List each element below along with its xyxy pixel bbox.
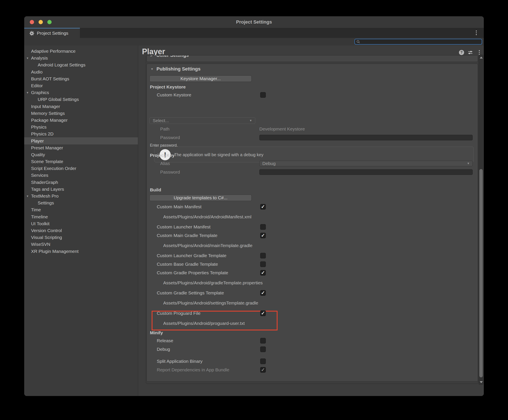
tab-bar: Project Settings bbox=[24, 28, 484, 38]
custom-gradle-settings-template-checkbox[interactable]: ✓ bbox=[260, 290, 266, 296]
sidebar-item-visual-scripting[interactable]: Visual Scripting bbox=[24, 234, 138, 241]
custom-launcher-manifest-row: Custom Launcher Manifest bbox=[147, 224, 478, 230]
foldout-arrow-icon[interactable]: ▼ bbox=[26, 195, 29, 198]
sidebar-item-analysis[interactable]: ▼Analysis bbox=[24, 55, 138, 61]
path-label: Path bbox=[160, 126, 169, 132]
file-path: Assets/Plugins/Android/gradleTemplate.pr… bbox=[163, 279, 478, 286]
custom-main-gradle-template-row: Custom Main Gradle Template ✓ bbox=[147, 232, 478, 239]
check-icon: ✓ bbox=[260, 204, 265, 210]
custom-launcher-manifest-checkbox[interactable] bbox=[260, 224, 266, 230]
check-icon: ✓ bbox=[260, 233, 265, 238]
foldout-arrow-icon[interactable]: ▼ bbox=[26, 91, 29, 94]
report-dependencies-row: Report Dependencies in App Bundle ✓ bbox=[147, 367, 478, 373]
sidebar-item-services[interactable]: Services bbox=[24, 172, 138, 179]
keystore-path-row: Path Development Keystore bbox=[147, 126, 478, 132]
search-box[interactable] bbox=[354, 39, 482, 45]
build-header: Build bbox=[150, 187, 161, 193]
sidebar-item-editor[interactable]: Editor bbox=[24, 82, 138, 89]
custom-main-manifest-checkbox[interactable]: ✓ bbox=[260, 204, 266, 210]
sidebar-item-quality[interactable]: Quality bbox=[24, 151, 138, 158]
check-icon: ✓ bbox=[260, 290, 265, 296]
presets-icon[interactable] bbox=[468, 50, 473, 55]
upgrade-templates-button[interactable]: Upgrade templates to C#... bbox=[149, 195, 252, 201]
check-icon: ✓ bbox=[260, 270, 265, 276]
path-value: Development Keystore bbox=[259, 126, 305, 132]
alias-label: Alias bbox=[160, 160, 170, 167]
custom-base-gradle-template-row: Custom Base Gradle Template bbox=[147, 261, 478, 268]
sidebar-item-ui-toolkit[interactable]: UI Toolkit bbox=[24, 220, 138, 227]
alias-row: Alias Debug ▼ bbox=[147, 160, 478, 167]
custom-base-gradle-template-checkbox[interactable] bbox=[260, 262, 266, 267]
custom-keystore-checkbox[interactable] bbox=[260, 92, 266, 98]
scrollbar-thumb[interactable] bbox=[479, 169, 483, 377]
search-input[interactable] bbox=[360, 39, 482, 44]
split-application-binary-checkbox[interactable] bbox=[260, 359, 266, 364]
sidebar-item-scene-template[interactable]: Scene Template bbox=[24, 158, 138, 165]
sidebar-item-graphics[interactable]: ▼Graphics bbox=[24, 89, 138, 96]
key-password-field[interactable] bbox=[259, 169, 473, 175]
minify-release-checkbox[interactable] bbox=[260, 338, 266, 344]
window-title: Project Settings bbox=[24, 16, 484, 28]
custom-keystore-label: Custom Keystore bbox=[157, 91, 191, 98]
sidebar-item-urp-global-settings[interactable]: URP Global Settings bbox=[24, 96, 138, 103]
other-settings-section[interactable]: ▶ Other Settings bbox=[147, 55, 478, 62]
custom-proguard-file-row: Custom Proguard File ✓ bbox=[147, 310, 478, 317]
split-application-binary-row: Split Application Binary bbox=[147, 358, 478, 365]
sidebar-item-tmp-settings[interactable]: Settings bbox=[24, 200, 138, 206]
custom-gradle-properties-template-checkbox[interactable]: ✓ bbox=[260, 270, 266, 276]
minify-debug-row: Debug bbox=[147, 346, 478, 353]
sidebar-item-timeline[interactable]: Timeline bbox=[24, 213, 138, 220]
sidebar-item-audio[interactable]: Audio bbox=[24, 68, 138, 75]
keystore-manager-button[interactable]: Keystore Manager... bbox=[149, 75, 252, 82]
custom-launcher-gradle-template-checkbox[interactable] bbox=[260, 253, 266, 258]
chevron-down-icon: ▼ bbox=[249, 118, 252, 124]
key-password-row: Password bbox=[147, 169, 478, 175]
sidebar-item-textmesh-pro[interactable]: ▼TextMesh Pro bbox=[24, 193, 138, 200]
sidebar-item-package-manager[interactable]: Package Manager bbox=[24, 117, 138, 124]
sidebar-item-physics[interactable]: Physics bbox=[24, 124, 138, 130]
settings-sidebar: Adaptive Performance ▼Analysis Android L… bbox=[24, 45, 138, 396]
foldout-arrow-icon[interactable]: ▼ bbox=[26, 57, 29, 60]
sidebar-item-xr-plugin-management[interactable]: XR Plugin Management bbox=[24, 248, 138, 255]
main-panel: Player ? ▶ Other Settings bbox=[138, 45, 484, 396]
scroll-down-arrow-icon[interactable] bbox=[480, 381, 483, 383]
sidebar-item-input-manager[interactable]: Input Manager bbox=[24, 103, 138, 110]
sidebar-item-physics-2d[interactable]: Physics 2D bbox=[24, 130, 138, 137]
publishing-settings-section: ▼ Publishing Settings Keystore Manager..… bbox=[147, 64, 478, 382]
sidebar-item-wisesvn[interactable]: WiseSVN bbox=[24, 241, 138, 248]
tab-bar-menu-icon[interactable] bbox=[473, 30, 479, 36]
check-icon: ✓ bbox=[260, 367, 265, 373]
keystore-password-field[interactable] bbox=[259, 135, 473, 140]
sidebar-item-shadergraph[interactable]: ShaderGraph bbox=[24, 179, 138, 186]
sidebar-item-preset-manager[interactable]: Preset Manager bbox=[24, 144, 138, 151]
custom-gradle-properties-template-row: Custom Gradle Properties Template ✓ bbox=[147, 269, 478, 276]
page-title: Player bbox=[142, 47, 165, 56]
publishing-settings-foldout[interactable]: ▼ Publishing Settings bbox=[151, 66, 200, 72]
custom-main-manifest-row: Custom Main Manifest ✓ bbox=[147, 203, 478, 210]
sidebar-item-burst-aot-settings[interactable]: Burst AOT Settings bbox=[24, 75, 138, 82]
keystore-select-dropdown[interactable]: Select... ▼ bbox=[149, 117, 255, 124]
sidebar-item-time[interactable]: Time bbox=[24, 206, 138, 213]
sidebar-item-android-logcat-settings[interactable]: Android Logcat Settings bbox=[24, 61, 138, 68]
scroll-up-arrow-icon[interactable] bbox=[480, 57, 483, 59]
help-icon[interactable]: ? bbox=[459, 50, 464, 55]
sidebar-item-adaptive-performance[interactable]: Adaptive Performance bbox=[24, 48, 138, 55]
sidebar-item-player[interactable]: Player bbox=[24, 137, 138, 144]
section-header: Other Settings bbox=[156, 55, 189, 59]
custom-gradle-settings-template-row: Custom Gradle Settings Template ✓ bbox=[147, 290, 478, 296]
search-icon bbox=[356, 40, 360, 44]
sidebar-item-memory-settings[interactable]: Memory Settings bbox=[24, 110, 138, 117]
custom-main-gradle-template-checkbox[interactable]: ✓ bbox=[260, 233, 266, 238]
tab-project-settings[interactable]: Project Settings bbox=[24, 28, 80, 38]
file-path: Assets/Plugins/Android/settingsTemplate.… bbox=[163, 300, 478, 307]
vertical-scrollbar[interactable] bbox=[479, 55, 483, 385]
sidebar-item-version-control[interactable]: Version Control bbox=[24, 227, 138, 234]
enter-password-hint: Enter password. bbox=[150, 142, 178, 149]
minify-debug-checkbox[interactable] bbox=[260, 346, 266, 352]
sidebar-item-tags-and-layers[interactable]: Tags and Layers bbox=[24, 186, 138, 193]
alias-dropdown[interactable]: Debug ▼ bbox=[259, 161, 473, 166]
custom-proguard-file-checkbox[interactable]: ✓ bbox=[260, 310, 266, 316]
project-settings-window: Project Settings Project Settings bbox=[24, 16, 484, 396]
tab-label: Project Settings bbox=[37, 31, 68, 36]
sidebar-item-script-execution-order[interactable]: Script Execution Order bbox=[24, 165, 138, 172]
